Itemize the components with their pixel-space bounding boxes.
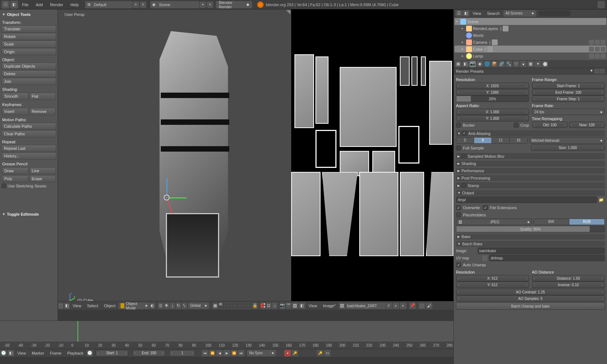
aa-5[interactable]: 5 xyxy=(456,137,474,143)
menu-help[interactable]: Help xyxy=(67,3,82,7)
physics-tab[interactable]: ⬤ xyxy=(542,61,548,67)
timeline-track[interactable] xyxy=(0,321,453,342)
res-y-field[interactable]: Y: 1080 xyxy=(456,89,529,96)
bb-inv-field[interactable]: Inverse: 0.10 xyxy=(532,282,605,288)
batch-bake-panel-header[interactable]: ▼Batch Bake xyxy=(456,241,605,247)
world-tab[interactable]: 🌐 xyxy=(484,61,490,67)
manipulator-toggle-icon[interactable]: ✥ xyxy=(164,302,169,309)
uv-image-editor[interactable]: 🖼 ◧ View Image* 🖼 F + × 📌 ⬚ 🖌 xyxy=(291,9,453,310)
snap-toggle-icon[interactable]: 🧲 xyxy=(260,302,265,309)
scale-manip-icon[interactable]: ⤡ xyxy=(182,302,187,309)
header-menu-icon[interactable]: ◧ xyxy=(64,302,69,309)
flat-button[interactable]: Flat xyxy=(29,93,56,100)
shading-panel-header[interactable]: ▶Shading xyxy=(456,161,605,166)
placeholders-checkbox[interactable] xyxy=(456,212,461,217)
3d-viewport[interactable]: User Persp z y (1) Cube ⬚ ◧ View Select … xyxy=(58,9,291,310)
gp-poly-button[interactable]: Poly xyxy=(2,175,29,182)
keyframe-prev-button[interactable]: ⏪ xyxy=(209,350,215,356)
lock-camera-icon[interactable]: 🔒 xyxy=(252,302,258,309)
gp-line-button[interactable]: Line xyxy=(29,167,56,174)
render-presets-dropdown[interactable]: Render Presets ◆ xyxy=(454,68,607,75)
object-menu[interactable]: Object xyxy=(101,304,118,308)
res-percentage-slider[interactable]: 20% xyxy=(456,96,529,102)
history-button[interactable]: History... xyxy=(1,152,56,160)
bb-image-input[interactable] xyxy=(478,247,605,254)
search-menu[interactable]: Search xyxy=(484,11,503,16)
constraints-tab[interactable]: 🔗 xyxy=(498,61,505,67)
area-split-corner[interactable] xyxy=(286,10,290,14)
end-frame-input[interactable]: End: 100 xyxy=(133,350,165,356)
fps-dropdown[interactable]: 24 fps◆ xyxy=(532,109,605,115)
bw-button[interactable]: BW xyxy=(534,219,569,225)
play-button[interactable]: ▶ xyxy=(223,350,230,356)
paint-icon[interactable]: 🖌 xyxy=(426,302,432,309)
unlink-image-button[interactable]: × xyxy=(400,302,406,309)
join-button[interactable]: Join xyxy=(1,78,56,85)
particles-tab[interactable]: ✦ xyxy=(535,61,541,67)
render-tab[interactable]: 📷 xyxy=(469,61,476,67)
layout-dropdown[interactable]: ⊞ xyxy=(85,1,132,8)
modifiers-tab[interactable]: 🔧 xyxy=(506,61,512,67)
material-tab[interactable]: ● xyxy=(520,61,527,67)
view-menu[interactable]: View xyxy=(70,304,84,308)
sync-dropdown[interactable]: No Sync◆ xyxy=(247,350,276,356)
calculate-paths-button[interactable]: Calculate Paths xyxy=(1,123,56,130)
outliner-tree[interactable]: ▾Scene▸RenderLayers|World▸Camera|▸Cube|▸… xyxy=(454,17,607,60)
marker-menu[interactable]: Marker xyxy=(29,351,47,355)
frame-menu[interactable]: Frame xyxy=(47,351,64,355)
scene-tab[interactable]: ◉ xyxy=(477,61,483,67)
bb-uv-input[interactable] xyxy=(489,255,605,261)
ao-samples-field[interactable]: AO Samples: 5 xyxy=(456,295,605,302)
restrict-select-icon[interactable] xyxy=(595,47,600,52)
uv-browse-icon[interactable]: ⬚ xyxy=(482,255,488,261)
snap-type-icon[interactable]: ⊡ xyxy=(266,302,271,309)
uvedit-icon[interactable]: ⬚ xyxy=(419,302,425,309)
motion-blur-panel-header[interactable]: ▶Sampled Motion Blur xyxy=(456,153,605,159)
aspect-y-field[interactable]: Y: 1.000 xyxy=(456,115,529,122)
layout-remove-button[interactable]: × xyxy=(140,1,146,8)
pivot-icon[interactable]: ⊙ xyxy=(158,302,163,309)
end-frame-field[interactable]: End Frame: 100 xyxy=(532,89,605,96)
jump-end-button[interactable]: ⏭ xyxy=(238,350,244,356)
layout-name-input[interactable] xyxy=(92,3,132,7)
new-image-button[interactable]: + xyxy=(393,302,399,309)
preset-add-button[interactable] xyxy=(594,69,599,74)
bake-panel-header[interactable]: ▶Bake xyxy=(456,234,605,240)
full-sample-checkbox[interactable] xyxy=(456,145,461,151)
data-tab[interactable]: ▽ xyxy=(513,61,519,67)
editor-type-icon[interactable]: 🕐 xyxy=(0,350,7,356)
output-path-input[interactable] xyxy=(456,196,597,203)
scene-add-button[interactable]: + xyxy=(200,1,206,8)
view-menu[interactable]: View xyxy=(306,304,320,308)
rotate-manip-icon[interactable]: ↻ xyxy=(176,302,181,309)
origin-button[interactable]: Origin xyxy=(1,48,56,55)
output-panel-header[interactable]: ▼Output xyxy=(456,190,605,196)
image-canvas[interactable] xyxy=(291,9,453,301)
aa-11[interactable]: 11 xyxy=(492,137,510,143)
key-delete-button[interactable]: 🗝 xyxy=(324,350,331,356)
rotate-button[interactable]: Rotate xyxy=(1,33,56,40)
keying-set-icon[interactable]: 🔑 xyxy=(292,350,298,356)
opengl-render-icon[interactable]: 📷 xyxy=(280,302,285,309)
restrict-render-icon[interactable] xyxy=(600,54,606,59)
aa-filter-dropdown[interactable]: Mitchell-Netravali◆ xyxy=(529,137,605,144)
restrict-render-icon[interactable] xyxy=(600,40,606,45)
gp-erase-button[interactable]: Erase xyxy=(29,175,56,182)
image-browse-icon[interactable]: 🖼 xyxy=(339,302,346,309)
start-frame-input[interactable]: Start: 1 xyxy=(96,350,128,356)
use-preview-range-icon[interactable]: 🕐 xyxy=(87,350,93,356)
tree-item-scene[interactable]: ▾Scene xyxy=(455,18,606,25)
select-menu[interactable]: Select xyxy=(84,304,101,308)
view-menu[interactable]: View xyxy=(470,11,484,16)
translate-manip-icon[interactable]: ↕ xyxy=(170,302,175,309)
format-dropdown[interactable]: 🖼 JPEG◆ xyxy=(456,219,532,225)
file-ext-checkbox[interactable] xyxy=(483,205,488,210)
menu-render[interactable]: Render xyxy=(46,3,67,7)
layout-add-button[interactable]: + xyxy=(133,1,139,8)
tree-item-lamp[interactable]: ▸Lamp xyxy=(455,52,606,59)
pin-icon[interactable]: 📌 xyxy=(409,302,416,309)
outliner-search-input[interactable] xyxy=(538,10,571,16)
header-menu-icon[interactable]: ◧ xyxy=(463,10,469,17)
play-reverse-button[interactable]: ◀ xyxy=(216,350,223,356)
manipulator-center[interactable] xyxy=(164,195,169,200)
